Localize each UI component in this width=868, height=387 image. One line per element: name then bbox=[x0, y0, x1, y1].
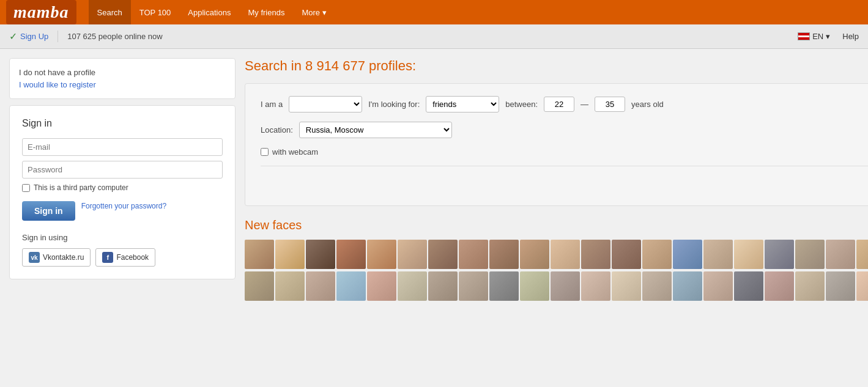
face-thumb-row1-15[interactable] bbox=[703, 240, 733, 269]
looking-for-select[interactable]: friends a relationship just chatting fli… bbox=[426, 96, 499, 112]
between-label: between: bbox=[505, 100, 538, 109]
face-thumb-row2-19[interactable] bbox=[826, 271, 855, 301]
face-thumb-row1-11[interactable] bbox=[581, 240, 610, 269]
faces-grid bbox=[245, 240, 868, 301]
facebook-icon: f bbox=[102, 252, 113, 263]
face-thumb-row2-8[interactable] bbox=[489, 271, 519, 301]
sub-bar: ✓ Sign Up 107 625 people online now EN ▾… bbox=[0, 24, 868, 49]
email-field[interactable] bbox=[22, 138, 223, 156]
face-thumb-row1-3[interactable] bbox=[336, 240, 366, 269]
search-divider bbox=[261, 166, 868, 166]
webcam-row: with webcam bbox=[261, 147, 868, 157]
signin-title: Sign in bbox=[22, 118, 223, 129]
webcam-checkbox[interactable] bbox=[261, 148, 269, 156]
face-thumb-row1-4[interactable] bbox=[367, 240, 396, 269]
face-thumb-row1-13[interactable] bbox=[642, 240, 672, 269]
face-thumb-row2-11[interactable] bbox=[581, 271, 610, 301]
face-thumb-row2-3[interactable] bbox=[336, 271, 366, 301]
face-thumb-row2-17[interactable] bbox=[765, 271, 794, 301]
third-party-row: This is a third party computer bbox=[22, 183, 223, 192]
search-panel: I am a Man Woman I'm looking for: friend… bbox=[245, 83, 868, 206]
register-link[interactable]: I would like to register bbox=[19, 80, 96, 89]
webcam-label: with webcam bbox=[272, 147, 318, 157]
face-thumb-row2-7[interactable] bbox=[459, 271, 488, 301]
face-thumb-row2-2[interactable] bbox=[306, 271, 335, 301]
face-thumb-row1-16[interactable] bbox=[734, 240, 763, 269]
face-thumb-row2-4[interactable] bbox=[367, 271, 396, 301]
sidebar: I do not have a profile I would like to … bbox=[9, 58, 236, 301]
face-thumb-row1-5[interactable] bbox=[398, 240, 427, 269]
online-count: 107 625 people online now bbox=[67, 32, 798, 41]
nav-search[interactable]: Search bbox=[89, 0, 131, 24]
face-thumb-row1-6[interactable] bbox=[428, 240, 458, 269]
face-thumb-row2-0[interactable] bbox=[245, 271, 274, 301]
facebook-signin-button[interactable]: f Facebook bbox=[95, 248, 155, 267]
looking-for-label: I'm looking for: bbox=[368, 100, 420, 109]
face-thumb-row2-9[interactable] bbox=[520, 271, 549, 301]
forgotten-password-link[interactable]: Forgotten your password? bbox=[81, 201, 166, 212]
age-from-input[interactable] bbox=[544, 97, 574, 112]
signin-button[interactable]: Sign in bbox=[22, 201, 75, 221]
content-area: Search in 8 914 677 profiles: I am a Man… bbox=[245, 58, 868, 301]
nav-friends[interactable]: My friends bbox=[239, 0, 293, 24]
face-thumb-row2-18[interactable] bbox=[795, 271, 825, 301]
signin-box: Sign in This is a third party computer S… bbox=[9, 105, 236, 279]
i-am-a-label: I am a bbox=[261, 100, 283, 109]
search-row-1: I am a Man Woman I'm looking for: friend… bbox=[261, 96, 868, 112]
search-row-2: Location: Russia, Moscow bbox=[261, 122, 868, 138]
face-thumb-row2-5[interactable] bbox=[398, 271, 427, 301]
nav-more[interactable]: More ▾ bbox=[293, 0, 335, 24]
help-button[interactable]: Help bbox=[842, 32, 859, 41]
no-profile-text: I do not have a profile bbox=[19, 68, 226, 77]
face-thumb-row1-20[interactable] bbox=[856, 240, 868, 269]
no-profile-box: I do not have a profile I would like to … bbox=[9, 58, 236, 99]
face-thumb-row2-6[interactable] bbox=[428, 271, 458, 301]
face-thumb-row2-15[interactable] bbox=[703, 271, 733, 301]
face-thumb-row2-12[interactable] bbox=[612, 271, 641, 301]
new-faces-title: New faces bbox=[245, 218, 868, 232]
vkontakte-icon: vk bbox=[29, 252, 40, 263]
face-thumb-row2-1[interactable] bbox=[275, 271, 305, 301]
face-thumb-row1-17[interactable] bbox=[765, 240, 794, 269]
age-dash: — bbox=[581, 100, 588, 109]
signin-actions: Sign in Forgotten your password? bbox=[22, 201, 223, 221]
face-thumb-row1-14[interactable] bbox=[673, 240, 702, 269]
password-field[interactable] bbox=[22, 161, 223, 179]
i-am-a-select[interactable]: Man Woman bbox=[289, 96, 362, 112]
face-thumb-row1-12[interactable] bbox=[612, 240, 641, 269]
nav-top100[interactable]: TOP 100 bbox=[131, 0, 180, 24]
third-party-label: This is a third party computer bbox=[34, 183, 128, 192]
third-party-checkbox[interactable] bbox=[22, 184, 30, 192]
vkontakte-signin-button[interactable]: vk Vkontakte.ru bbox=[22, 248, 91, 267]
face-thumb-row1-7[interactable] bbox=[459, 240, 488, 269]
search-title: Search in 8 914 677 profiles: bbox=[245, 58, 868, 74]
age-to-input[interactable] bbox=[595, 97, 625, 112]
nav-applications[interactable]: Applications bbox=[179, 0, 239, 24]
logo[interactable]: mamba bbox=[6, 0, 76, 24]
top-nav: mamba Search TOP 100 Applications My fri… bbox=[0, 0, 868, 24]
face-thumb-row1-19[interactable] bbox=[826, 240, 855, 269]
face-thumb-row1-0[interactable] bbox=[245, 240, 274, 269]
location-select[interactable]: Russia, Moscow bbox=[299, 122, 452, 138]
face-thumb-row1-2[interactable] bbox=[306, 240, 335, 269]
face-thumb-row1-1[interactable] bbox=[275, 240, 305, 269]
face-thumb-row1-10[interactable] bbox=[551, 240, 580, 269]
main-layout: I do not have a profile I would like to … bbox=[0, 49, 868, 310]
chevron-down-icon: ▾ bbox=[826, 32, 830, 41]
signup-button[interactable]: ✓ Sign Up bbox=[9, 31, 58, 42]
years-old-label: years old bbox=[631, 100, 664, 109]
language-selector[interactable]: EN ▾ bbox=[798, 32, 830, 41]
face-thumb-row2-13[interactable] bbox=[642, 271, 672, 301]
search-actions: Advanced search search bbox=[261, 175, 868, 193]
location-label: Location: bbox=[261, 125, 293, 135]
face-thumb-row1-18[interactable] bbox=[795, 240, 825, 269]
face-thumb-row2-10[interactable] bbox=[551, 271, 580, 301]
face-thumb-row2-16[interactable] bbox=[734, 271, 763, 301]
face-thumb-row2-14[interactable] bbox=[673, 271, 702, 301]
face-thumb-row2-20[interactable] bbox=[856, 271, 868, 301]
face-thumb-row1-9[interactable] bbox=[520, 240, 549, 269]
signin-using-label: Sign in using bbox=[22, 233, 223, 242]
face-thumb-row1-8[interactable] bbox=[489, 240, 519, 269]
flag-icon bbox=[798, 32, 810, 40]
social-buttons: vk Vkontakte.ru f Facebook bbox=[22, 248, 223, 267]
